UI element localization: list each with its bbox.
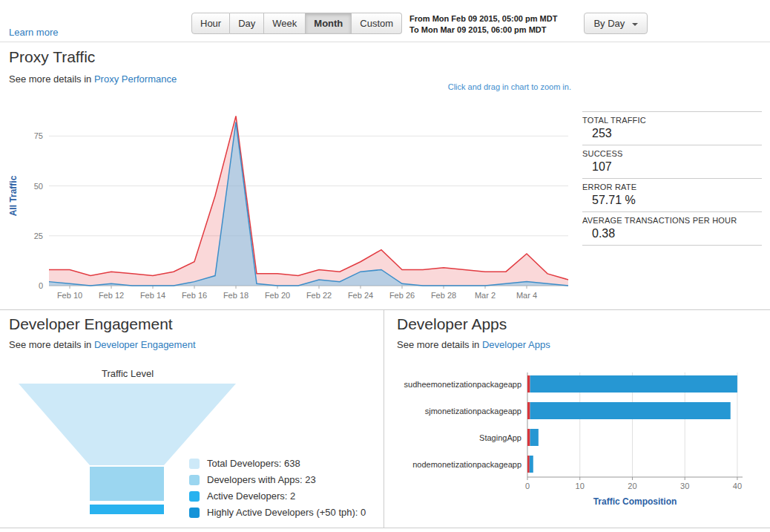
legend-swatch (189, 475, 200, 485)
time-controls: HourDayWeekMonthCustom From Mon Feb 09 2… (191, 13, 648, 36)
bar-segment-errors (527, 456, 530, 473)
x-tick-label: 40 (733, 482, 742, 490)
proxy-traffic-section: Proxy Traffic See more details in Proxy … (0, 43, 770, 310)
developer-apps-section: Developer Apps See more details in Devel… (385, 310, 770, 528)
time-range-button-group: HourDayWeekMonthCustom (191, 13, 402, 34)
x-tick-label: Mar 4 (516, 291, 537, 300)
y-tick-label: 50 (34, 182, 43, 191)
bottom-row: Developer Engagement See more details in… (0, 310, 770, 528)
range-button-month[interactable]: Month (306, 13, 352, 34)
from-label: From (409, 14, 430, 23)
range-button-custom[interactable]: Custom (352, 13, 402, 34)
bar-segment-traffic (530, 429, 539, 446)
legend-label: Total Developers: 638 (207, 458, 300, 469)
x-tick-label: Feb 24 (348, 291, 373, 300)
x-tick-label: 0 (525, 482, 530, 490)
proxy-details-text: See more details in Proxy Performance (9, 73, 177, 85)
zoom-hint-text: Click and drag in chart to zoom in. (356, 82, 571, 91)
bar-category-label: sjmonetizationpackageapp (425, 407, 521, 416)
developer-apps-title: Developer Apps (397, 315, 507, 333)
series-line-success (49, 122, 568, 286)
granularity-dropdown[interactable]: By Day (584, 13, 648, 34)
bar-segment-traffic (530, 375, 737, 393)
developer-apps-bar-chart: 010203040sudheemonetizationpackageappsjm… (389, 370, 764, 510)
series-area-success (49, 122, 568, 286)
bar-category-label: nodemonetizationpackageapp (412, 460, 521, 469)
y-axis-label: All Traffic (8, 175, 19, 216)
funnel-segment-developers-with-apps (90, 467, 164, 501)
y-tick-label: 25 (34, 231, 43, 240)
legend-swatch (189, 459, 200, 469)
stat-success: SUCCESS107 (582, 145, 762, 178)
bar-segment-errors (527, 402, 530, 419)
y-tick-label: 75 (34, 131, 43, 140)
x-tick-label: Mar 2 (475, 291, 496, 300)
from-value: Mon Feb 09 2015, 05:00 pm MDT (432, 14, 558, 23)
developer-engagement-title: Developer Engagement (9, 315, 173, 333)
date-range-to: To Mon Mar 09 2015, 06:00 pm MDT (409, 24, 557, 36)
stat-value: 107 (582, 160, 762, 174)
funnel-segment-total-developers (19, 384, 236, 465)
stat-value: 253 (582, 127, 762, 140)
proxy-performance-link[interactable]: Proxy Performance (94, 73, 177, 85)
stat-value: 57.71 % (582, 194, 762, 207)
y-tick-label: 0 (39, 281, 43, 290)
stat-label: ERROR RATE (582, 183, 762, 191)
bar-category-label: sudheemonetizationpackageapp (404, 380, 521, 389)
legend-label: Active Developers: 2 (207, 490, 295, 502)
series-line-all-traffic (49, 116, 568, 279)
developer-engagement-link[interactable]: Developer Engagement (94, 339, 196, 350)
developer-engagement-section: Developer Engagement See more details in… (0, 310, 384, 528)
x-tick-label: Feb 20 (265, 291, 290, 300)
granularity-label: By Day (593, 18, 625, 29)
x-tick-label: Feb 18 (223, 291, 249, 300)
details-prefix: See more details in (9, 339, 91, 350)
traffic-stats-panel: TOTAL TRAFFIC253SUCCESS107ERROR RATE57.7… (582, 111, 762, 246)
x-tick-label: 20 (628, 482, 636, 490)
bar-category-label: StagingApp (479, 433, 521, 442)
to-value: Mon Mar 09 2015, 06:00 pm MDT (421, 25, 547, 34)
developer-apps-link[interactable]: Developer Apps (482, 339, 550, 350)
engagement-details-text: See more details in Developer Engagement (9, 339, 196, 350)
date-range-text: From Mon Feb 09 2015, 05:00 pm MDT To Mo… (409, 13, 557, 36)
legend-swatch (189, 491, 200, 502)
x-tick-label: Feb 12 (99, 291, 124, 300)
to-label: To (409, 25, 419, 34)
legend-item: Developers with Apps: 23 (189, 474, 366, 485)
stat-error-rate: ERROR RATE57.71 % (582, 178, 762, 211)
x-tick-label: Feb 16 (182, 291, 207, 300)
caret-down-icon (632, 23, 638, 26)
topbar: Learn more HourDayWeekMonthCustom From M… (0, 0, 770, 42)
legend-label: Developers with Apps: 23 (207, 474, 316, 485)
details-prefix: See more details in (9, 73, 91, 85)
legend-item: Highly Active Developers (+50 tph): 0 (189, 507, 366, 518)
range-button-day[interactable]: Day (230, 13, 264, 34)
legend-item: Total Developers: 638 (189, 458, 366, 469)
series-area-all-traffic (49, 116, 568, 286)
legend-label: Highly Active Developers (+50 tph): 0 (207, 507, 366, 518)
proxy-traffic-chart[interactable]: 0255075Feb 10Feb 12Feb 14Feb 16Feb 18Feb… (4, 99, 572, 306)
funnel-title: Traffic Level (43, 368, 212, 379)
stat-average-transactions-per-hour: AVERAGE TRANSACTIONS PER HOUR0.38 (582, 211, 762, 245)
range-button-week[interactable]: Week (264, 13, 306, 34)
range-button-hour[interactable]: Hour (191, 13, 230, 34)
stat-total-traffic: TOTAL TRAFFIC253 (582, 111, 762, 145)
x-tick-label: Feb 14 (140, 291, 165, 300)
stat-label: AVERAGE TRANSACTIONS PER HOUR (582, 216, 762, 225)
x-tick-label: 10 (576, 482, 585, 490)
page-title: Proxy Traffic (9, 48, 95, 66)
stat-label: TOTAL TRAFFIC (582, 116, 762, 125)
funnel-legend: Total Developers: 638Developers with App… (189, 458, 366, 523)
funnel-segment-active-developers (90, 505, 164, 514)
x-tick-label: Feb 10 (57, 291, 82, 300)
details-prefix: See more details in (397, 339, 479, 350)
learn-more-link[interactable]: Learn more (9, 27, 58, 38)
bar-segment-errors (527, 429, 530, 446)
bar-segment-traffic (530, 456, 533, 473)
x-tick-label: Feb 26 (389, 291, 415, 300)
legend-item: Active Developers: 2 (189, 490, 366, 502)
stat-value: 0.38 (582, 227, 762, 240)
apps-details-text: See more details in Developer Apps (397, 339, 550, 350)
x-tick-label: 30 (680, 482, 689, 490)
legend-swatch (189, 508, 200, 518)
